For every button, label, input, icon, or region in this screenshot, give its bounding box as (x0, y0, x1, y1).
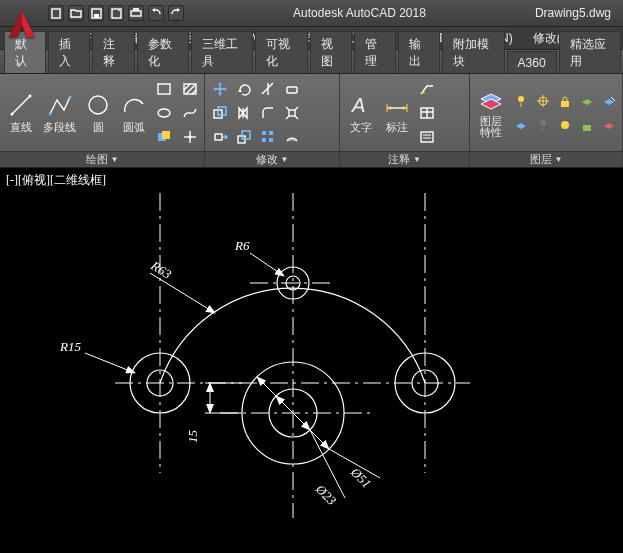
svg-line-29 (286, 107, 289, 110)
text-icon: A (347, 91, 375, 119)
layer-unlock-icon[interactable] (576, 114, 598, 136)
offset-button[interactable] (281, 126, 303, 148)
panel-annotation: A 文字 标注 注释▼ (340, 74, 470, 167)
svg-point-8 (29, 94, 32, 97)
open-icon[interactable] (68, 5, 84, 21)
hatch-button[interactable] (179, 78, 201, 100)
svg-rect-2 (94, 14, 99, 18)
svg-line-31 (286, 116, 289, 119)
polyline-label: 多段线 (43, 120, 76, 135)
chevron-down-icon: ▼ (111, 155, 119, 164)
ellipse-button[interactable] (153, 102, 175, 124)
dim-15: 15 (185, 430, 200, 444)
tab-3dtools[interactable]: 三维工具 (191, 31, 253, 73)
title-bar: Autodesk AutoCAD 2018 Drawing5.dwg (0, 0, 623, 26)
line-button[interactable]: 直线 (4, 89, 38, 137)
panel-draw-title[interactable]: 绘图▼ (0, 151, 204, 167)
svg-point-50 (518, 96, 524, 102)
layer-on-icon[interactable] (510, 90, 532, 112)
copy-button[interactable] (209, 102, 231, 124)
panel-layers: 图层 特性 图层▼ (470, 74, 623, 167)
circle-button[interactable]: 圆 (81, 89, 115, 137)
svg-rect-25 (287, 87, 297, 93)
svg-rect-47 (421, 132, 433, 142)
svg-line-15 (186, 84, 196, 94)
circle-icon (84, 91, 112, 119)
polyline-button[interactable]: 多段线 (40, 89, 79, 137)
rotate-button[interactable] (233, 78, 255, 100)
mtext-button[interactable] (416, 126, 438, 148)
polyline-icon (46, 91, 74, 119)
text-button[interactable]: A 文字 (344, 89, 378, 137)
tab-visualize[interactable]: 可视化 (255, 31, 307, 73)
scale-button[interactable] (233, 126, 255, 148)
svg-rect-35 (242, 131, 250, 139)
panel-layers-title[interactable]: 图层▼ (470, 151, 622, 167)
region-button[interactable] (153, 126, 175, 148)
arc-button[interactable]: 圆弧 (117, 89, 151, 137)
save-icon[interactable] (88, 5, 104, 21)
tab-annotate[interactable]: 注释 (92, 31, 134, 73)
svg-line-6 (12, 96, 30, 114)
layer-properties-button[interactable]: 图层 特性 (474, 85, 508, 140)
layer-lock-icon[interactable] (554, 90, 576, 112)
tab-a360[interactable]: A360 (507, 51, 557, 73)
ribbon-tabs: 默认 插入 注释 参数化 三维工具 可视化 视图 管理 输出 附加模块 A360… (0, 50, 623, 74)
layer-thaw-icon[interactable] (554, 114, 576, 136)
layer-tools (510, 90, 618, 136)
tab-addins[interactable]: 附加模块 (442, 31, 504, 73)
svg-line-32 (295, 116, 298, 119)
tab-output[interactable]: 输出 (398, 31, 440, 73)
tab-parametric[interactable]: 参数化 (137, 31, 189, 73)
dimension-label: 标注 (386, 120, 408, 135)
new-icon[interactable] (48, 5, 64, 21)
tab-view[interactable]: 视图 (310, 31, 352, 73)
array-button[interactable] (257, 126, 279, 148)
undo-icon[interactable] (148, 5, 164, 21)
move-button[interactable] (209, 78, 231, 100)
svg-rect-12 (158, 84, 170, 94)
svg-rect-0 (52, 9, 60, 18)
svg-line-14 (184, 84, 190, 90)
trim-button[interactable] (257, 78, 279, 100)
redo-icon[interactable] (168, 5, 184, 21)
panel-annotation-title[interactable]: 注释▼ (340, 151, 469, 167)
layer-freeze-icon[interactable] (532, 90, 554, 112)
erase-button[interactable] (281, 78, 303, 100)
svg-point-9 (48, 112, 51, 115)
layer-make-current-icon[interactable] (576, 90, 598, 112)
modify-buttons (209, 78, 303, 148)
drawing-canvas[interactable]: [-][俯视][二维线框] R6 R63 (0, 168, 623, 553)
dim-r6: R6 (234, 238, 250, 253)
svg-rect-55 (561, 101, 569, 107)
mirror-button[interactable] (233, 102, 255, 124)
explode-button[interactable] (281, 102, 303, 124)
panel-modify-title[interactable]: 修改▼ (205, 151, 339, 167)
fillet-button[interactable] (257, 102, 279, 124)
line-label: 直线 (10, 120, 32, 135)
stretch-button[interactable] (209, 126, 231, 148)
table-button[interactable] (416, 102, 438, 124)
spline-button[interactable] (179, 102, 201, 124)
rectangle-button[interactable] (153, 78, 175, 100)
svg-rect-28 (289, 110, 295, 116)
point-button[interactable] (179, 126, 201, 148)
app-logo[interactable] (2, 4, 42, 44)
arc-label: 圆弧 (123, 120, 145, 135)
tab-insert[interactable]: 插入 (48, 31, 90, 73)
line-icon (7, 91, 35, 119)
tab-featured[interactable]: 精选应用 (559, 31, 621, 73)
panel-draw: 直线 多段线 圆 圆弧 绘图▼ (0, 74, 205, 167)
leader-button[interactable] (416, 78, 438, 100)
saveas-icon[interactable] (108, 5, 124, 21)
plot-icon[interactable] (128, 5, 144, 21)
document-filename: Drawing5.dwg (535, 6, 611, 20)
layer-match-icon[interactable] (598, 90, 620, 112)
layer-off-icon[interactable] (532, 114, 554, 136)
tab-manage[interactable]: 管理 (354, 31, 396, 73)
dimension-button[interactable]: 标注 (380, 89, 414, 137)
svg-rect-5 (133, 8, 139, 11)
text-label: 文字 (350, 120, 372, 135)
layer-iso-icon[interactable] (510, 114, 532, 136)
layer-prev-icon[interactable] (598, 114, 620, 136)
